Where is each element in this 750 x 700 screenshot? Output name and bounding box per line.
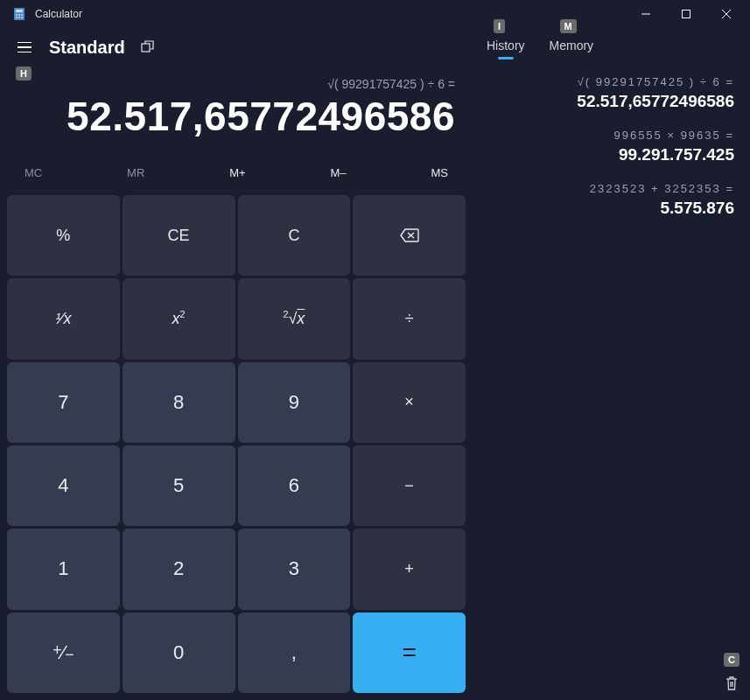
tab-memory[interactable]: M Memory xyxy=(550,38,594,58)
memory-recall-button[interactable]: MR xyxy=(118,163,153,183)
app-icon xyxy=(12,7,26,21)
svg-point-7 xyxy=(21,17,23,18)
history-result: 99.291.757.425 xyxy=(488,145,734,164)
key-clear[interactable]: C xyxy=(238,195,351,276)
hint-header: H xyxy=(16,66,32,80)
window-title: Calculator xyxy=(35,8,82,20)
history-list: √( 99291757425 ) ÷ 6 = 52.517,6577249658… xyxy=(483,66,739,227)
memory-add-button[interactable]: M+ xyxy=(221,163,254,183)
key-3[interactable]: 3 xyxy=(238,528,351,609)
key-sign[interactable]: +∕− xyxy=(7,612,120,693)
key-minus[interactable]: − xyxy=(353,445,466,526)
key-equals[interactable]: = xyxy=(353,612,466,693)
result-display[interactable]: 52.517,65772496586 xyxy=(7,93,466,158)
side-panel: I History M Memory √( 99291757425 ) ÷ 6 … xyxy=(473,28,750,700)
tab-history[interactable]: I History xyxy=(487,38,525,58)
memory-subtract-button[interactable]: M– xyxy=(322,163,355,183)
history-item[interactable]: √( 99291757425 ) ÷ 6 = 52.517,6577249658… xyxy=(483,66,739,120)
svg-point-5 xyxy=(16,17,18,18)
key-5[interactable]: 5 xyxy=(123,445,235,526)
close-button[interactable] xyxy=(706,0,746,28)
history-expression: 996555 × 99635 = xyxy=(488,129,734,142)
minimize-button[interactable] xyxy=(626,0,666,28)
history-expression: √( 99291757425 ) ÷ 6 = xyxy=(488,75,734,88)
hint-clear-history: C xyxy=(724,653,739,667)
key-2[interactable]: 2 xyxy=(123,528,235,609)
memory-store-button[interactable]: MS xyxy=(422,163,457,183)
svg-rect-1 xyxy=(16,10,23,12)
key-decimal[interactable]: , xyxy=(238,612,351,693)
key-multiply[interactable]: × xyxy=(353,362,466,443)
history-item[interactable]: 996555 × 99635 = 99.291.757.425 xyxy=(483,120,739,173)
key-backspace[interactable] xyxy=(353,195,466,276)
header: Standard H xyxy=(7,28,466,65)
maximize-button[interactable] xyxy=(666,0,706,28)
svg-rect-12 xyxy=(142,44,150,52)
calculator-pane: Standard H √( 99291757425 ) ÷ 6 = 52.517… xyxy=(0,28,473,700)
key-divide[interactable]: ÷ xyxy=(353,278,466,359)
clear-history-button[interactable] xyxy=(724,676,739,691)
svg-point-3 xyxy=(18,14,20,16)
svg-rect-9 xyxy=(683,10,690,18)
key-0[interactable]: 0 xyxy=(123,612,235,693)
tab-history-label: History xyxy=(487,38,525,52)
history-item[interactable]: 2323523 + 3252353 = 5.575.876 xyxy=(483,173,739,227)
key-4[interactable]: 4 xyxy=(7,445,120,526)
key-percent[interactable]: % xyxy=(7,195,120,276)
key-plus[interactable]: + xyxy=(353,528,466,609)
memory-clear-button[interactable]: MC xyxy=(16,163,51,183)
svg-point-2 xyxy=(16,14,18,16)
menu-button[interactable] xyxy=(14,37,35,58)
hint-memory: M xyxy=(560,19,577,33)
key-sqrt[interactable]: 2√x xyxy=(238,278,351,359)
key-6[interactable]: 6 xyxy=(238,445,351,526)
memory-row: MC MR M+ M– MS xyxy=(7,158,466,195)
history-result: 52.517,65772496586 xyxy=(488,92,734,111)
history-result: 5.575.876 xyxy=(488,199,734,218)
key-8[interactable]: 8 xyxy=(123,362,235,443)
history-expression: 2323523 + 3252353 = xyxy=(488,182,734,195)
keep-on-top-button[interactable] xyxy=(139,38,157,56)
key-9[interactable]: 9 xyxy=(238,362,351,443)
mode-title: Standard xyxy=(49,38,125,58)
key-clear-entry[interactable]: CE xyxy=(123,195,235,276)
key-reciprocal[interactable]: ¹∕x xyxy=(7,278,120,359)
key-7[interactable]: 7 xyxy=(7,362,120,443)
tab-memory-label: Memory xyxy=(550,38,594,52)
keypad: % CE C ¹∕x x2 2√x ÷ 7 8 9 × 4 5 6 − 1 2 … xyxy=(7,195,466,693)
svg-point-4 xyxy=(21,14,23,16)
key-square[interactable]: x2 xyxy=(123,278,235,359)
hint-history: I xyxy=(494,19,505,33)
expression-display: √( 99291757425 ) ÷ 6 = xyxy=(7,65,466,93)
svg-point-6 xyxy=(18,17,20,18)
titlebar: Calculator xyxy=(0,0,750,28)
key-1[interactable]: 1 xyxy=(7,528,120,609)
side-tabs: I History M Memory xyxy=(483,35,739,66)
